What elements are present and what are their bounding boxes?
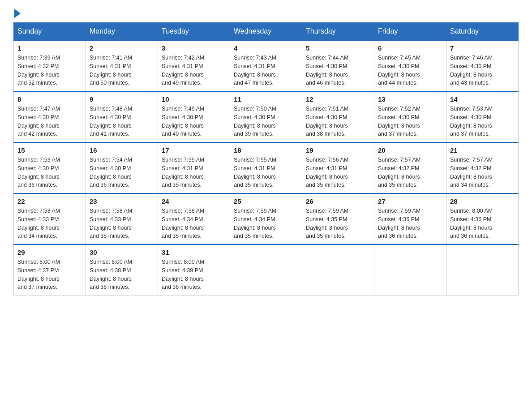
calendar-cell	[374, 244, 446, 295]
day-number: 28	[450, 197, 515, 205]
calendar-cell: 5 Sunrise: 7:44 AMSunset: 4:30 PMDayligh…	[302, 40, 374, 91]
logo	[13, 9, 21, 18]
day-info: Sunrise: 7:58 AMSunset: 4:33 PMDaylight:…	[90, 207, 154, 240]
calendar-cell: 15 Sunrise: 7:53 AMSunset: 4:30 PMDaylig…	[14, 142, 86, 193]
day-info: Sunrise: 7:42 AMSunset: 4:31 PMDaylight:…	[162, 54, 226, 87]
calendar-cell: 25 Sunrise: 7:59 AMSunset: 4:34 PMDaylig…	[230, 193, 302, 244]
day-number: 25	[234, 197, 298, 205]
day-info: Sunrise: 7:56 AMSunset: 4:31 PMDaylight:…	[306, 156, 370, 189]
day-number: 13	[378, 95, 442, 103]
day-info: Sunrise: 7:48 AMSunset: 4:30 PMDaylight:…	[90, 105, 154, 138]
day-info: Sunrise: 8:00 AMSunset: 4:37 PMDaylight:…	[17, 258, 82, 291]
calendar-cell: 20 Sunrise: 7:57 AMSunset: 4:32 PMDaylig…	[374, 142, 446, 193]
day-number: 31	[162, 248, 226, 256]
calendar-cell	[230, 244, 302, 295]
day-info: Sunrise: 7:57 AMSunset: 4:32 PMDaylight:…	[450, 156, 515, 189]
day-info: Sunrise: 7:59 AMSunset: 4:35 PMDaylight:…	[306, 207, 370, 240]
day-number: 19	[306, 146, 370, 154]
day-number: 7	[450, 44, 515, 52]
calendar-cell: 28 Sunrise: 8:00 AMSunset: 4:36 PMDaylig…	[446, 193, 519, 244]
day-info: Sunrise: 7:46 AMSunset: 4:30 PMDaylight:…	[450, 54, 515, 87]
calendar-cell: 30 Sunrise: 8:00 AMSunset: 4:38 PMDaylig…	[86, 244, 158, 295]
day-number: 15	[17, 146, 82, 154]
day-number: 21	[450, 146, 515, 154]
day-number: 6	[378, 44, 442, 52]
calendar-cell: 23 Sunrise: 7:58 AMSunset: 4:33 PMDaylig…	[86, 193, 158, 244]
day-info: Sunrise: 7:51 AMSunset: 4:30 PMDaylight:…	[306, 105, 370, 138]
weekday-header-saturday: Saturday	[446, 23, 519, 41]
day-info: Sunrise: 7:59 AMSunset: 4:34 PMDaylight:…	[234, 207, 298, 240]
calendar-cell: 19 Sunrise: 7:56 AMSunset: 4:31 PMDaylig…	[302, 142, 374, 193]
calendar-week-row: 8 Sunrise: 7:47 AMSunset: 4:30 PMDayligh…	[14, 91, 519, 142]
day-number: 27	[378, 197, 442, 205]
day-info: Sunrise: 7:55 AMSunset: 4:31 PMDaylight:…	[234, 156, 298, 189]
day-info: Sunrise: 7:58 AMSunset: 4:33 PMDaylight:…	[17, 207, 82, 240]
day-info: Sunrise: 7:52 AMSunset: 4:30 PMDaylight:…	[378, 105, 442, 138]
calendar-cell	[446, 244, 519, 295]
day-info: Sunrise: 7:39 AMSunset: 4:32 PMDaylight:…	[17, 54, 82, 87]
weekday-header-row: SundayMondayTuesdayWednesdayThursdayFrid…	[14, 23, 519, 41]
weekday-header-sunday: Sunday	[14, 23, 86, 41]
calendar-cell: 9 Sunrise: 7:48 AMSunset: 4:30 PMDayligh…	[86, 91, 158, 142]
calendar-cell: 16 Sunrise: 7:54 AMSunset: 4:30 PMDaylig…	[86, 142, 158, 193]
day-info: Sunrise: 7:55 AMSunset: 4:31 PMDaylight:…	[162, 156, 226, 189]
calendar-week-row: 22 Sunrise: 7:58 AMSunset: 4:33 PMDaylig…	[14, 193, 519, 244]
page-header	[13, 9, 519, 18]
calendar-cell	[302, 244, 374, 295]
day-info: Sunrise: 7:47 AMSunset: 4:30 PMDaylight:…	[17, 105, 82, 138]
calendar-cell: 10 Sunrise: 7:49 AMSunset: 4:30 PMDaylig…	[158, 91, 230, 142]
calendar-week-row: 29 Sunrise: 8:00 AMSunset: 4:37 PMDaylig…	[14, 244, 519, 295]
calendar-cell: 1 Sunrise: 7:39 AMSunset: 4:32 PMDayligh…	[14, 40, 86, 91]
calendar-cell: 24 Sunrise: 7:58 AMSunset: 4:34 PMDaylig…	[158, 193, 230, 244]
day-number: 30	[90, 248, 154, 256]
weekday-header-monday: Monday	[86, 23, 158, 41]
calendar-week-row: 1 Sunrise: 7:39 AMSunset: 4:32 PMDayligh…	[14, 40, 519, 91]
calendar-cell: 18 Sunrise: 7:55 AMSunset: 4:31 PMDaylig…	[230, 142, 302, 193]
logo-arrow-icon	[14, 9, 21, 18]
day-number: 17	[162, 146, 226, 154]
calendar-table: SundayMondayTuesdayWednesdayThursdayFrid…	[13, 22, 519, 295]
day-info: Sunrise: 7:41 AMSunset: 4:31 PMDaylight:…	[90, 54, 154, 87]
day-number: 18	[234, 146, 298, 154]
calendar-cell: 14 Sunrise: 7:53 AMSunset: 4:30 PMDaylig…	[446, 91, 519, 142]
day-number: 10	[162, 95, 226, 103]
calendar-cell: 17 Sunrise: 7:55 AMSunset: 4:31 PMDaylig…	[158, 142, 230, 193]
day-number: 22	[17, 197, 82, 205]
day-info: Sunrise: 7:44 AMSunset: 4:30 PMDaylight:…	[306, 54, 370, 87]
day-info: Sunrise: 7:54 AMSunset: 4:30 PMDaylight:…	[90, 156, 154, 189]
day-number: 9	[90, 95, 154, 103]
day-number: 12	[306, 95, 370, 103]
day-info: Sunrise: 7:53 AMSunset: 4:30 PMDaylight:…	[17, 156, 82, 189]
day-number: 23	[90, 197, 154, 205]
day-info: Sunrise: 7:43 AMSunset: 4:31 PMDaylight:…	[234, 54, 298, 87]
calendar-cell: 8 Sunrise: 7:47 AMSunset: 4:30 PMDayligh…	[14, 91, 86, 142]
day-number: 14	[450, 95, 515, 103]
day-number: 16	[90, 146, 154, 154]
calendar-cell: 4 Sunrise: 7:43 AMSunset: 4:31 PMDayligh…	[230, 40, 302, 91]
day-number: 11	[234, 95, 298, 103]
calendar-week-row: 15 Sunrise: 7:53 AMSunset: 4:30 PMDaylig…	[14, 142, 519, 193]
day-number: 24	[162, 197, 226, 205]
weekday-header-wednesday: Wednesday	[230, 23, 302, 41]
weekday-header-thursday: Thursday	[302, 23, 374, 41]
day-info: Sunrise: 7:49 AMSunset: 4:30 PMDaylight:…	[162, 105, 226, 138]
day-info: Sunrise: 8:00 AMSunset: 4:36 PMDaylight:…	[450, 207, 515, 240]
day-info: Sunrise: 8:00 AMSunset: 4:38 PMDaylight:…	[90, 258, 154, 291]
day-info: Sunrise: 8:00 AMSunset: 4:39 PMDaylight:…	[162, 258, 226, 291]
calendar-cell: 31 Sunrise: 8:00 AMSunset: 4:39 PMDaylig…	[158, 244, 230, 295]
calendar-cell: 21 Sunrise: 7:57 AMSunset: 4:32 PMDaylig…	[446, 142, 519, 193]
day-info: Sunrise: 7:45 AMSunset: 4:30 PMDaylight:…	[378, 54, 442, 87]
weekday-header-tuesday: Tuesday	[158, 23, 230, 41]
day-number: 3	[162, 44, 226, 52]
calendar-cell: 22 Sunrise: 7:58 AMSunset: 4:33 PMDaylig…	[14, 193, 86, 244]
day-info: Sunrise: 7:59 AMSunset: 4:36 PMDaylight:…	[378, 207, 442, 240]
calendar-cell: 27 Sunrise: 7:59 AMSunset: 4:36 PMDaylig…	[374, 193, 446, 244]
calendar-cell: 13 Sunrise: 7:52 AMSunset: 4:30 PMDaylig…	[374, 91, 446, 142]
day-number: 2	[90, 44, 154, 52]
day-number: 8	[17, 95, 82, 103]
day-number: 1	[17, 44, 82, 52]
day-number: 26	[306, 197, 370, 205]
day-info: Sunrise: 7:58 AMSunset: 4:34 PMDaylight:…	[162, 207, 226, 240]
calendar-cell: 7 Sunrise: 7:46 AMSunset: 4:30 PMDayligh…	[446, 40, 519, 91]
day-info: Sunrise: 7:53 AMSunset: 4:30 PMDaylight:…	[450, 105, 515, 138]
